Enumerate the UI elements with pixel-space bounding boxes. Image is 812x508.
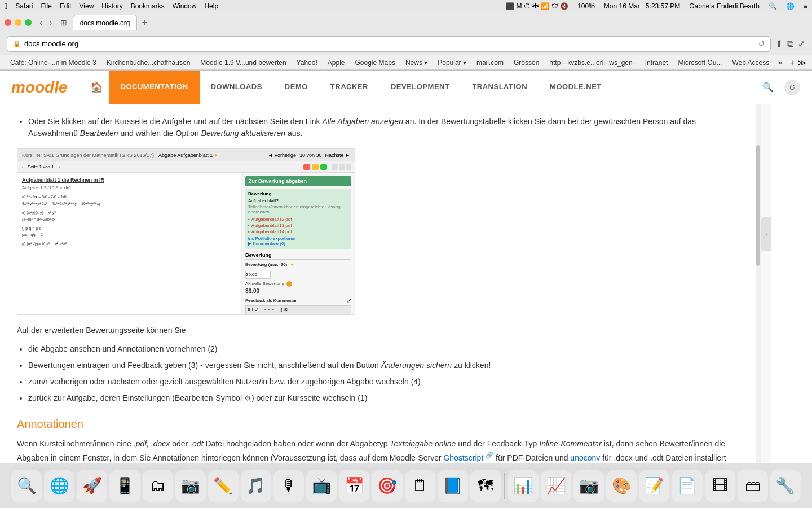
paragraph-below-screenshot: Auf der erweiterten Bewertungsseite könn… bbox=[17, 324, 739, 336]
nav-demo[interactable]: DEMO bbox=[273, 71, 319, 104]
menu-safari[interactable]: Safari bbox=[15, 2, 33, 10]
bookmark-apple[interactable]: Apple bbox=[323, 58, 350, 68]
dock-app-store[interactable]: 📱 bbox=[109, 470, 140, 502]
search-button[interactable]: 🔍 bbox=[757, 82, 779, 93]
dock-video-app[interactable]: 🎞 bbox=[705, 470, 735, 502]
dock-launchpad[interactable]: 🚀 bbox=[77, 470, 107, 502]
dock-notes[interactable]: 🗒 bbox=[405, 470, 435, 502]
bookmarks-end[interactable]: ≫ bbox=[798, 58, 806, 67]
menu-view[interactable]: View bbox=[80, 2, 94, 10]
dock-art-app[interactable]: 🎨 bbox=[606, 470, 637, 502]
dock-appletv[interactable]: 📺 bbox=[306, 470, 337, 502]
control-center-icon[interactable]: ≡ bbox=[804, 2, 807, 10]
nav-documentation[interactable]: DOCUMENTATION bbox=[109, 71, 200, 104]
dock-calendar[interactable]: 📅 bbox=[339, 470, 369, 502]
score-input[interactable] bbox=[245, 271, 271, 279]
unoconv-link[interactable]: unoconv bbox=[570, 453, 600, 462]
spotlight-icon[interactable]: 🔍 bbox=[769, 2, 777, 10]
bookmark-moodle19[interactable]: Moodle 1.9 V...und bewerten bbox=[196, 58, 290, 68]
main-content: Oder Sie klicken auf der Kursseite die A… bbox=[0, 104, 756, 508]
dock-safari[interactable]: 🌐 bbox=[44, 470, 74, 502]
forward-button[interactable]: › bbox=[47, 16, 54, 29]
nav-translation[interactable]: TRANSLATION bbox=[461, 71, 539, 104]
bookmark-cafe[interactable]: Café: Online-...n in Moodle 3 bbox=[6, 58, 101, 68]
dock-tool-app[interactable]: 🔧 bbox=[770, 470, 801, 502]
bookmark-googlemaps[interactable]: Google Maps bbox=[351, 58, 400, 68]
bullet-bewertungen: Bewertungen eintragen und Feedback geben… bbox=[28, 360, 739, 371]
bookmark-yahoo[interactable]: Yahoo! bbox=[292, 58, 322, 68]
share-button[interactable]: ⬆ bbox=[775, 38, 783, 49]
active-tab[interactable]: docs.moodle.org bbox=[73, 15, 138, 30]
bullet-wechseln: zum/r vorherigen oder nächsten oder gezi… bbox=[28, 376, 739, 388]
sidebar-handle[interactable]: › bbox=[761, 217, 771, 251]
menu-window[interactable]: Window bbox=[173, 2, 197, 10]
menu-file[interactable]: File bbox=[41, 2, 51, 10]
menu-bookmarks[interactable]: Bookmarks bbox=[131, 2, 165, 10]
bookmark-microsoft[interactable]: Microsoft Ou... bbox=[673, 58, 726, 68]
dock-photos[interactable]: 📷 bbox=[175, 470, 206, 502]
ss-page: Seite 1 von 1 bbox=[28, 164, 54, 169]
bookmark-webaccess[interactable]: Web Access bbox=[727, 58, 774, 68]
bookmarks-bar: Café: Online-...n in Moodle 3 Kirchenbüc… bbox=[0, 55, 812, 70]
new-tab-bookmarks[interactable]: + bbox=[790, 58, 795, 67]
assessment-panel: Zur Bewertung abgeben Bewertung Aufgaben… bbox=[242, 173, 355, 314]
bookmark-popular[interactable]: Popular ▾ bbox=[433, 58, 471, 68]
dock-pages[interactable]: 📄 bbox=[672, 470, 702, 502]
dock-word[interactable]: 📝 bbox=[639, 470, 669, 502]
nav-next[interactable]: Nächste ► bbox=[325, 152, 350, 158]
back-button[interactable]: ‹ bbox=[37, 16, 45, 29]
bookmark-intranet[interactable]: Intranet bbox=[641, 58, 673, 68]
annotationen-heading: Annotationen bbox=[17, 418, 739, 431]
dock-camera-app[interactable]: 📷 bbox=[573, 470, 604, 502]
url-text: docs.moodle.org bbox=[24, 40, 78, 48]
menu-history[interactable]: History bbox=[102, 2, 122, 10]
link-alle-abgaben: Alle Abgaben anzeigen bbox=[322, 117, 403, 126]
nav-development[interactable]: DEVELOPMENT bbox=[379, 71, 461, 104]
bookmark-mailcom[interactable]: mail.com bbox=[472, 58, 508, 68]
maximize-button[interactable] bbox=[25, 19, 32, 26]
bookmarks-more-button[interactable]: » bbox=[775, 58, 785, 68]
siri-icon[interactable]: 🌐 bbox=[786, 2, 795, 10]
nav-home-button[interactable]: 🏠 bbox=[85, 81, 109, 94]
intro-bullet-item: Oder Sie klicken auf der Kursseite die A… bbox=[28, 116, 739, 139]
dock-finder[interactable]: 🔍 bbox=[11, 470, 42, 502]
dock-books[interactable]: 📘 bbox=[438, 470, 468, 502]
dock-excel[interactable]: 📈 bbox=[541, 470, 571, 502]
sidebar-button[interactable]: ⊞ bbox=[57, 17, 70, 28]
menu-edit[interactable]: Edit bbox=[60, 2, 72, 10]
moodle-logo[interactable]: moodle bbox=[11, 78, 68, 97]
nav-moodlenet[interactable]: MOODLE.NET bbox=[539, 71, 613, 104]
ghostscript-link[interactable]: Ghostscript bbox=[443, 453, 483, 462]
nav-downloads[interactable]: DOWNLOADS bbox=[200, 71, 273, 104]
nav-tracker[interactable]: TRACKER bbox=[319, 71, 379, 104]
new-tab-button[interactable]: + bbox=[142, 17, 148, 29]
close-button[interactable] bbox=[5, 19, 11, 26]
scrollbar[interactable] bbox=[756, 104, 760, 508]
math-heading: Aufgabenblatt 1 die Rechnen in IR bbox=[22, 177, 237, 183]
dock-maps[interactable]: 🗺 bbox=[470, 470, 501, 502]
apple-menu[interactable]:  bbox=[5, 2, 7, 11]
bookmark-kirchen[interactable]: Kirchenbüche...chaffhausen bbox=[102, 58, 195, 68]
bookmark-grossen[interactable]: Grössen bbox=[509, 58, 544, 68]
dock-archive[interactable]: 🗃 bbox=[738, 470, 768, 502]
aktuelle-score: 36.00 bbox=[245, 288, 351, 294]
bookmark-news[interactable]: News ▾ bbox=[401, 58, 432, 68]
dock-podcasts[interactable]: 🎙 bbox=[273, 470, 304, 502]
user-menu[interactable]: G bbox=[784, 80, 801, 95]
nav-prev[interactable]: ◄ Vorherige bbox=[268, 152, 296, 158]
address-bar[interactable]: 🔒 docs.moodle.org ↺ bbox=[7, 36, 771, 52]
dock-stickies[interactable]: 🗂 bbox=[143, 470, 173, 502]
scrollbar-thumb[interactable] bbox=[756, 145, 760, 266]
dock-numbers[interactable]: 📊 bbox=[508, 470, 539, 502]
new-tab-btn2[interactable]: ⧉ bbox=[787, 39, 793, 49]
screenshot-header-bar: Kurs: INTS-01 Grundlagen der Mathematik … bbox=[17, 149, 355, 161]
fullscreen-button[interactable]: ⤢ bbox=[798, 38, 805, 49]
dock-activity[interactable]: 🎯 bbox=[372, 470, 402, 502]
bookmark-kvzbs[interactable]: http---kvzbs.e...erli-.ws_gen- bbox=[545, 58, 639, 68]
reload-button[interactable]: ↺ bbox=[758, 40, 765, 48]
minimize-button[interactable] bbox=[15, 19, 21, 26]
dock-pencil-app[interactable]: ✏️ bbox=[208, 470, 239, 502]
menu-help[interactable]: Help bbox=[204, 2, 218, 10]
datetime: Mon 16 Mar 5:23:57 PM bbox=[604, 2, 680, 10]
dock-music[interactable]: 🎵 bbox=[241, 470, 271, 502]
